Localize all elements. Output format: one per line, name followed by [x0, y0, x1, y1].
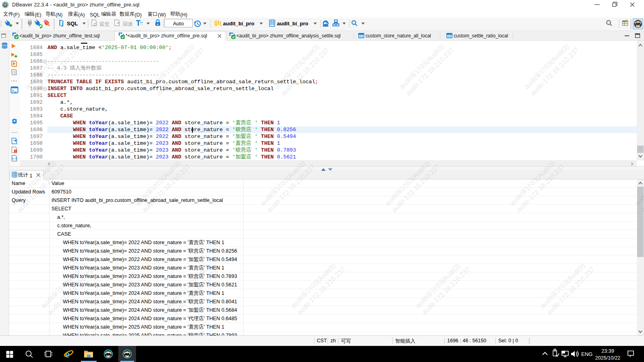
svg-text:e: e: [65, 348, 70, 360]
svg-text:2025/10/22: 2025/10/22: [595, 355, 621, 361]
svg-text:ENG: ENG: [581, 351, 592, 357]
svg-text:23:39: 23:39: [601, 348, 614, 354]
